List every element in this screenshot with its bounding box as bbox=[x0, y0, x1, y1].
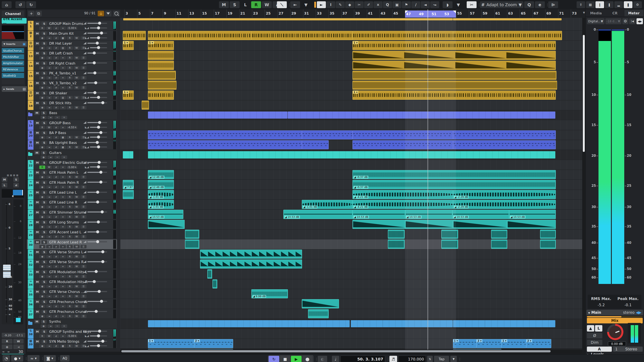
track-mute-button[interactable]: M bbox=[34, 300, 40, 304]
automation-r-button[interactable]: R bbox=[39, 334, 45, 338]
color-menu[interactable]: ▼ bbox=[454, 1, 463, 8]
track-mute-button[interactable]: M bbox=[34, 191, 40, 195]
edit-channel-button[interactable]: e bbox=[53, 86, 59, 89]
record-enable-button[interactable]: ● bbox=[39, 305, 45, 308]
automation-r-button[interactable]: R bbox=[67, 345, 73, 348]
channel-strip-button[interactable]: ☰ bbox=[80, 106, 86, 109]
volume-knob[interactable] bbox=[98, 330, 101, 333]
midi-clip[interactable]: 2 ▾ bbox=[194, 349, 233, 349]
midi-clip[interactable]: 2 ▾ bbox=[476, 349, 502, 349]
track-color-strip[interactable]: ⇅22 bbox=[28, 160, 34, 170]
tool-button-3[interactable]: ◆ bbox=[345, 1, 354, 8]
track-volume-slider[interactable] bbox=[87, 52, 107, 54]
record-enable-button[interactable]: ● bbox=[39, 255, 45, 258]
track-kind-button[interactable]: ∞ bbox=[60, 225, 66, 229]
edit-channel-button[interactable]: e bbox=[53, 285, 59, 288]
track-color-strip[interactable]: ⇅19 bbox=[28, 120, 34, 130]
track-row-22[interactable]: ⇅22MSGROUP Electric GuitarsRWe∞-5.00 ⇅◣◢ bbox=[27, 160, 117, 170]
pan-knob[interactable] bbox=[97, 145, 100, 148]
edit-channel-button[interactable]: e bbox=[53, 265, 59, 268]
stereo-combine-button[interactable]: ∞ bbox=[60, 26, 66, 30]
downmix-button[interactable]: Ø bbox=[587, 333, 602, 339]
tool-button-10[interactable]: ∕ bbox=[411, 1, 420, 8]
channel-strip-button[interactable]: ☰ bbox=[80, 225, 86, 229]
track-solo-button[interactable]: S bbox=[42, 300, 47, 304]
edit-channel-button[interactable]: e bbox=[53, 334, 59, 338]
track-pan-slider[interactable] bbox=[90, 146, 107, 148]
track-volume-slider[interactable] bbox=[87, 172, 107, 173]
audio-clip[interactable]: ◢ 12.46 dB bbox=[148, 170, 174, 179]
midi-clip[interactable]: 1 ▾ bbox=[123, 90, 134, 99]
automation-w-button[interactable]: W bbox=[46, 334, 52, 338]
record-enable-button[interactable]: ● bbox=[39, 175, 45, 179]
audio-clip[interactable] bbox=[308, 309, 329, 318]
automation-r-button[interactable]: R bbox=[67, 235, 73, 239]
volume-value-box[interactable]: -4.55 ⇅ bbox=[67, 126, 77, 129]
monitor-button[interactable]: ◄ bbox=[46, 245, 52, 248]
folder-part-strip[interactable] bbox=[148, 320, 350, 327]
folder-control-1[interactable]: ◄ bbox=[48, 155, 54, 159]
output-bus-bar[interactable]: 1 Stereo bbox=[613, 347, 643, 352]
clip-repeat-badge[interactable]: 2 ▾ bbox=[476, 349, 482, 349]
track-pan-slider[interactable] bbox=[90, 137, 107, 138]
audio-clip[interactable] bbox=[302, 299, 339, 308]
automation-w-button[interactable]: W bbox=[74, 285, 80, 288]
inserts-section-header[interactable]: ▼ Inserts ▣ bbox=[2, 41, 28, 47]
add-track-button[interactable]: + bbox=[28, 11, 34, 16]
track-color-strip[interactable]: ▦20 bbox=[28, 130, 34, 140]
arrangement-track-row[interactable] bbox=[120, 279, 582, 289]
arrangement-track-row[interactable] bbox=[120, 299, 582, 309]
track-kind-button[interactable]: ∞ bbox=[60, 106, 66, 109]
volume-knob[interactable] bbox=[98, 290, 101, 293]
listen-bus-button[interactable]: L bbox=[595, 325, 602, 332]
insert-slot-4[interactable]: REVerence bbox=[2, 67, 24, 72]
midi-clip[interactable] bbox=[123, 31, 146, 40]
click-button[interactable]: ▲ bbox=[587, 325, 594, 332]
volume-knob[interactable] bbox=[96, 240, 99, 243]
track-row-folder[interactable]: MSBass●◄=≋ bbox=[27, 110, 117, 120]
track-solo-button[interactable]: S bbox=[42, 250, 47, 254]
track-row-19[interactable]: ⇅19MSGROUP BassRWe∞-4.55 ⇅◣◢ bbox=[27, 120, 117, 130]
monitor-button[interactable]: ◄ bbox=[46, 225, 52, 229]
automation-r-button[interactable]: R bbox=[67, 205, 73, 209]
pan-knob[interactable] bbox=[97, 334, 100, 337]
midi-clip[interactable]: 2 ▾ bbox=[476, 339, 502, 348]
audio-record-select[interactable]: ≈▼ bbox=[28, 355, 40, 362]
volume-knob[interactable] bbox=[100, 31, 103, 34]
automation-w-button[interactable]: W bbox=[74, 265, 80, 268]
meter-reset-button[interactable]: |◀ bbox=[629, 18, 636, 24]
automation-w-button[interactable]: W bbox=[74, 66, 80, 69]
automation-w-button[interactable]: W bbox=[74, 36, 80, 40]
spinner-icon[interactable]: ⇅ bbox=[75, 27, 76, 29]
global-l-button[interactable]: L bbox=[240, 1, 250, 8]
peak-value[interactable]: -17.1 bbox=[13, 333, 25, 338]
midi-clip[interactable] bbox=[302, 130, 353, 139]
track-color-strip[interactable]: ≈30 bbox=[28, 239, 34, 249]
window-button-4[interactable]: ▂ bbox=[614, 1, 623, 8]
automation-r-button[interactable]: R bbox=[67, 265, 73, 268]
audio-clip[interactable] bbox=[200, 250, 302, 259]
track-row-35[interactable]: ≈35MSGTR Verse Chorus ...ar●◄e∞RW☰ bbox=[27, 289, 117, 299]
automation-r-button[interactable]: R bbox=[39, 166, 45, 169]
clip-repeat-badge[interactable]: 1 ▾ bbox=[123, 41, 129, 44]
automation-w-button[interactable]: W bbox=[74, 275, 80, 278]
automation-w-button[interactable]: W bbox=[74, 76, 80, 79]
midi-clip[interactable]: 1 ▾ bbox=[453, 339, 477, 348]
pan-knob[interactable] bbox=[97, 165, 100, 168]
edit-channel-button[interactable]: e bbox=[53, 56, 59, 60]
track-row-13[interactable]: ≈13MSDR Left Crash●◄e∞RW☰ bbox=[27, 51, 117, 60]
vertical-scroll-thumb[interactable] bbox=[583, 35, 585, 152]
track-kind-button[interactable]: ∞ bbox=[60, 265, 66, 268]
stereo-combine-button[interactable]: ∞ bbox=[60, 166, 66, 169]
volume-knob[interactable] bbox=[100, 171, 102, 174]
volume-knob[interactable] bbox=[101, 210, 104, 213]
track-kind-button[interactable]: ∞ bbox=[60, 205, 66, 209]
audio-clip[interactable] bbox=[388, 240, 405, 249]
audio-clip[interactable] bbox=[352, 220, 405, 229]
track-mute-button[interactable]: M bbox=[34, 310, 40, 314]
track-mute-button[interactable]: M bbox=[34, 260, 40, 264]
arrangement-track-row[interactable] bbox=[120, 230, 582, 239]
arrangement-track-row[interactable] bbox=[120, 51, 582, 60]
clip-repeat-badge[interactable]: 1 ▾ bbox=[123, 91, 129, 94]
midi-clip[interactable]: 2 ▾ bbox=[194, 339, 233, 348]
